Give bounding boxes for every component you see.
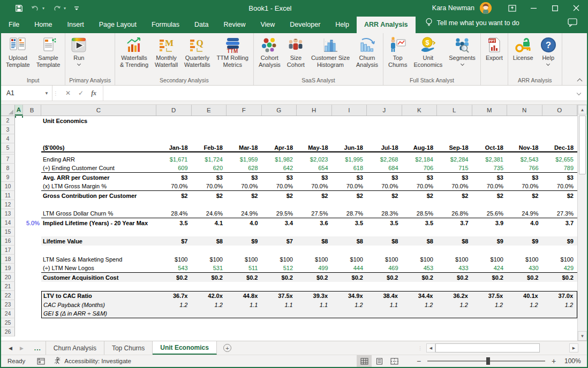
value-cell[interactable]: Aug-18 (402, 143, 438, 152)
row-header[interactable]: 11 (1, 191, 15, 200)
value-cell[interactable]: 433 (437, 264, 472, 273)
value-cell[interactable]: 706 (402, 164, 438, 173)
cell[interactable] (23, 155, 41, 164)
value-cell[interactable] (542, 125, 578, 134)
value-cell[interactable] (297, 227, 332, 236)
value-cell[interactable]: $3 (542, 173, 578, 182)
value-cell[interactable] (402, 227, 438, 236)
ribbon-tab-file[interactable]: File (1, 17, 27, 33)
cell[interactable] (15, 164, 23, 173)
row-header[interactable]: 10 (1, 182, 15, 191)
row-label-cell[interactable]: Implied Lifetime (Years) - 20 Year Max (41, 218, 156, 227)
horizontal-scrollbar[interactable]: ⋮ ◀ ▶ (238, 341, 587, 355)
value-cell[interactable] (402, 318, 438, 327)
value-cell[interactable] (436, 309, 471, 318)
row-header[interactable]: 21 (1, 282, 15, 291)
value-cell[interactable]: 1.1 (261, 300, 296, 309)
cell[interactable] (15, 327, 23, 336)
cell[interactable] (15, 218, 23, 227)
value-cell[interactable]: $100 (437, 255, 472, 264)
value-cell[interactable] (542, 200, 578, 209)
name-box-dropdown-icon[interactable]: ▼ (44, 91, 49, 96)
value-cell[interactable]: 70.0% (297, 182, 332, 191)
value-cell[interactable]: $0.2 (192, 273, 227, 282)
value-cell[interactable] (367, 246, 402, 255)
value-cell[interactable] (192, 134, 227, 143)
column-header-f[interactable]: F (227, 105, 262, 116)
value-cell[interactable]: 789 (542, 164, 578, 173)
size-cohort-button[interactable]: SizeCohort (284, 34, 308, 69)
value-cell[interactable] (472, 116, 508, 125)
row-header[interactable]: 5 (1, 143, 15, 152)
value-cell[interactable] (227, 116, 262, 125)
customer-size-histogram-button[interactable]: Customer SizeHistogram (308, 34, 353, 69)
value-cell[interactable] (507, 227, 542, 236)
value-cell[interactable] (262, 318, 297, 327)
value-cell[interactable] (227, 282, 262, 291)
row-label-cell[interactable]: Unit Economics (41, 116, 156, 125)
value-cell[interactable] (192, 227, 227, 236)
customize-qat-icon[interactable] (73, 5, 80, 11)
value-cell[interactable]: 44.8x (227, 291, 261, 300)
value-cell[interactable] (332, 134, 367, 143)
value-cell[interactable]: $0.2 (402, 273, 438, 282)
redo-dropdown-icon[interactable]: ▾ (64, 6, 66, 11)
value-cell[interactable] (227, 318, 262, 327)
row-label-cell[interactable] (41, 318, 156, 327)
value-cell[interactable] (507, 246, 542, 255)
value-cell[interactable]: $100 (402, 255, 438, 264)
sheet-tab-unit-economics[interactable]: Unit Economics (153, 341, 217, 355)
value-cell[interactable]: 40.1x (507, 291, 541, 300)
value-cell[interactable] (156, 282, 192, 291)
value-cell[interactable]: $0.2 (472, 273, 508, 282)
row-header[interactable]: 16 (1, 236, 15, 246)
cell[interactable] (23, 209, 41, 218)
value-cell[interactable] (367, 125, 402, 134)
value-cell[interactable] (367, 309, 402, 318)
value-cell[interactable]: $3 (192, 173, 227, 182)
value-cell[interactable] (367, 282, 402, 291)
column-header-e[interactable]: E (192, 105, 227, 116)
value-cell[interactable]: 735 (472, 164, 508, 173)
column-header-b[interactable]: B (23, 105, 41, 116)
value-cell[interactable]: $8 (297, 236, 332, 246)
cell[interactable] (23, 264, 41, 273)
value-cell[interactable]: 511 (227, 264, 262, 273)
ribbon-tab-developer[interactable]: Developer (282, 17, 328, 33)
value-cell[interactable]: $3 (402, 173, 438, 182)
value-cell[interactable]: Jun-18 (332, 143, 367, 152)
value-cell[interactable] (437, 125, 472, 134)
value-cell[interactable]: 3.5 (156, 218, 192, 227)
license-button[interactable]: License (510, 34, 537, 62)
value-cell[interactable] (262, 125, 297, 134)
value-cell[interactable] (156, 116, 192, 125)
prev-sheet-icon[interactable]: ◀ (9, 346, 12, 351)
row-header[interactable]: 20 (1, 273, 15, 282)
row-header[interactable]: 4 (1, 134, 15, 143)
value-cell[interactable]: 70.0% (402, 182, 438, 191)
value-cell[interactable] (332, 125, 367, 134)
value-cell[interactable]: $100 (542, 255, 578, 264)
value-cell[interactable] (367, 116, 402, 125)
value-cell[interactable] (262, 227, 297, 236)
value-cell[interactable]: $2,543 (507, 155, 542, 164)
value-cell[interactable]: $1,671 (156, 155, 192, 164)
value-cell[interactable]: $3 (472, 173, 508, 182)
cell[interactable] (15, 155, 23, 164)
value-cell[interactable] (192, 125, 227, 134)
value-cell[interactable]: 1.2 (191, 300, 226, 309)
value-cell[interactable]: $3 (297, 173, 332, 182)
value-cell[interactable]: 642 (262, 164, 297, 173)
row-label-cell[interactable] (41, 227, 156, 236)
value-cell[interactable]: 620 (192, 164, 227, 173)
cell[interactable] (23, 134, 41, 143)
row-header[interactable]: 3 (1, 125, 15, 134)
value-cell[interactable] (297, 134, 332, 143)
scroll-down-icon[interactable]: ▼ (578, 331, 587, 341)
cell[interactable] (15, 246, 23, 255)
value-cell[interactable]: 3.5 (402, 218, 438, 227)
value-cell[interactable]: 618 (332, 164, 367, 173)
value-cell[interactable]: 24.6% (192, 209, 227, 218)
cell[interactable] (23, 291, 41, 300)
row-label-cell[interactable]: (÷) LTM New Logos (41, 264, 156, 273)
